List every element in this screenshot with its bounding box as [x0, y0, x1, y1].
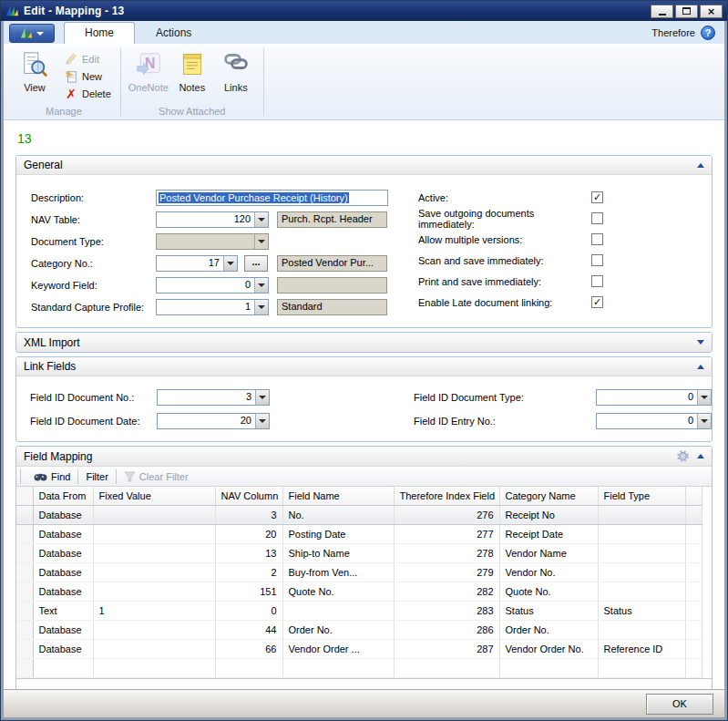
- clear-filter-button[interactable]: Clear Filter: [117, 467, 196, 486]
- table-cell[interactable]: Database: [33, 639, 93, 658]
- tab-home[interactable]: Home: [64, 22, 135, 44]
- category-lookup-button[interactable]: ...: [244, 255, 268, 272]
- table-cell[interactable]: Database: [33, 543, 93, 562]
- combo-value[interactable]: 20: [158, 414, 255, 428]
- table-cell[interactable]: [93, 620, 215, 639]
- row-selector[interactable]: [16, 582, 33, 601]
- table-cell[interactable]: Vendor Order ...: [282, 639, 394, 658]
- delete-button[interactable]: ✗ Delete: [60, 85, 115, 102]
- edit-button[interactable]: Edit: [60, 50, 115, 67]
- table-cell[interactable]: 283: [394, 601, 499, 620]
- table-cell[interactable]: Buy-from Ven...: [282, 562, 394, 582]
- capture-profile-combo[interactable]: 1: [156, 299, 269, 315]
- dropdown-button[interactable]: [255, 414, 269, 428]
- table-cell[interactable]: [598, 562, 685, 582]
- table-cell[interactable]: Status: [598, 601, 685, 620]
- field-id-entry-no-combo[interactable]: 0: [596, 413, 712, 429]
- minimize-button[interactable]: [651, 5, 673, 18]
- table-cell[interactable]: 0: [215, 601, 282, 620]
- field-id-document-date-combo[interactable]: 20: [157, 413, 270, 429]
- table-cell[interactable]: 282: [394, 582, 499, 601]
- row-selector[interactable]: [16, 543, 33, 562]
- collapse-icon[interactable]: [697, 163, 704, 168]
- table-cell[interactable]: [93, 505, 215, 524]
- table-cell[interactable]: Database: [33, 505, 93, 524]
- row-selector[interactable]: [16, 658, 33, 677]
- dropdown-button[interactable]: [697, 390, 711, 405]
- table-cell[interactable]: Database: [33, 582, 93, 601]
- table-cell[interactable]: Vendor Order No.: [499, 639, 598, 658]
- combo-value[interactable]: 1: [157, 300, 254, 314]
- table-cell[interactable]: [93, 639, 215, 658]
- table-cell[interactable]: [93, 582, 215, 601]
- nav-table-combo[interactable]: 120: [156, 211, 269, 228]
- combo-value[interactable]: 0: [597, 390, 697, 405]
- column-header[interactable]: Field Name: [282, 487, 394, 505]
- table-cell[interactable]: 1: [93, 601, 215, 620]
- table-row[interactable]: Database3No.276Receipt No: [16, 505, 702, 524]
- notes-button[interactable]: Notes: [170, 47, 214, 93]
- view-button[interactable]: View: [13, 47, 56, 93]
- row-selector[interactable]: [16, 639, 33, 658]
- combo-value[interactable]: 3: [158, 390, 255, 405]
- row-selector[interactable]: [16, 562, 33, 582]
- table-cell[interactable]: [93, 524, 215, 543]
- combo-value[interactable]: 17: [157, 256, 223, 271]
- column-header[interactable]: NAV Column: [215, 487, 282, 505]
- collapse-icon[interactable]: [697, 365, 704, 369]
- table-row[interactable]: Database20Posting Date277Receipt Date: [16, 524, 702, 543]
- help-icon[interactable]: ?: [701, 26, 715, 40]
- scan-save-checkbox[interactable]: [591, 254, 603, 266]
- late-linking-checkbox[interactable]: ✓: [591, 296, 603, 308]
- table-cell[interactable]: [93, 562, 215, 582]
- onenote-button[interactable]: N OneNote: [127, 47, 170, 93]
- table-row[interactable]: Database2Buy-from Ven...279Vendor No.: [16, 562, 702, 582]
- table-cell[interactable]: [93, 543, 215, 562]
- table-row[interactable]: Database151Quote No.282Quote No.: [16, 582, 702, 601]
- table-cell[interactable]: 44: [215, 620, 282, 639]
- table-cell[interactable]: Database: [33, 562, 93, 582]
- table-cell[interactable]: 279: [394, 562, 499, 582]
- table-cell[interactable]: [598, 582, 685, 601]
- description-input[interactable]: Posted Vendor Purchase Receipt (History): [156, 190, 388, 206]
- table-cell[interactable]: Posting Date: [282, 524, 394, 543]
- section-link-fields-header[interactable]: Link Fields: [16, 357, 712, 376]
- new-button[interactable]: New: [60, 67, 115, 85]
- table-cell[interactable]: 286: [394, 620, 499, 639]
- table-cell[interactable]: 13: [215, 543, 282, 562]
- table-cell[interactable]: [598, 505, 685, 524]
- table-cell[interactable]: [282, 601, 394, 620]
- find-button[interactable]: Find: [26, 467, 77, 486]
- table-cell[interactable]: Database: [33, 620, 93, 639]
- table-cell[interactable]: 66: [215, 639, 282, 658]
- table-row[interactable]: Database44Order No.286Order No.: [16, 620, 702, 639]
- row-selector[interactable]: [16, 620, 33, 639]
- combo-value[interactable]: 0: [597, 414, 697, 428]
- table-cell[interactable]: 20: [215, 524, 282, 543]
- table-cell[interactable]: No.: [282, 505, 394, 524]
- table-cell[interactable]: Database: [33, 524, 93, 543]
- close-button[interactable]: ×: [700, 5, 723, 18]
- table-cell[interactable]: Text: [33, 601, 93, 620]
- table-cell[interactable]: 278: [394, 543, 499, 562]
- table-cell[interactable]: 151: [215, 582, 282, 601]
- dropdown-button[interactable]: [697, 414, 711, 428]
- table-cell[interactable]: Quote No.: [499, 582, 598, 601]
- row-selector[interactable]: [16, 524, 33, 543]
- column-header[interactable]: Category Name: [499, 487, 598, 505]
- column-header[interactable]: Field Type: [598, 487, 685, 505]
- row-selector[interactable]: [16, 601, 33, 620]
- table-cell[interactable]: 276: [394, 505, 499, 524]
- table-row[interactable]: Text10283StatusStatus: [16, 601, 702, 620]
- section-general-header[interactable]: General: [16, 156, 712, 175]
- section-field-mapping-header[interactable]: Field Mapping: [16, 447, 712, 467]
- table-cell[interactable]: 277: [394, 524, 499, 543]
- dropdown-button[interactable]: [254, 212, 268, 227]
- combo-value[interactable]: 120: [157, 212, 254, 227]
- table-row[interactable]: Database66Vendor Order ...287Vendor Orde…: [16, 639, 702, 658]
- table-cell[interactable]: Ship-to Name: [282, 543, 394, 562]
- table-cell[interactable]: 3: [215, 505, 282, 524]
- column-header[interactable]: Data From: [33, 487, 93, 505]
- field-id-document-type-combo[interactable]: 0: [596, 389, 712, 406]
- table-cell[interactable]: Vendor No.: [499, 562, 598, 582]
